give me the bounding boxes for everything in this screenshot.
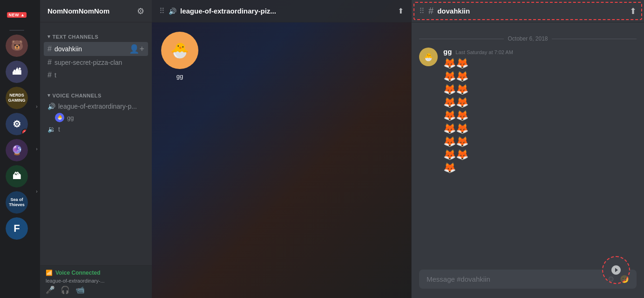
- channel-name-dovahkiin: dovahkiin: [54, 45, 129, 53]
- message-meta: gg Last Saturday at 7:02 AM: [443, 48, 637, 55]
- popout-icon[interactable]: ⬆: [398, 7, 404, 15]
- headphone-icon[interactable]: 🎧: [61, 285, 70, 294]
- channel-t[interactable]: # t: [44, 69, 148, 81]
- chat-panel: ⠿ # dovahkiin ⬆ October 6, 2018 🐣 gg Las…: [411, 0, 644, 298]
- chat-popout-icon[interactable]: ⬆: [630, 6, 637, 16]
- voice-panel: ⠿ 🔊 league-of-extraordinary-piz... ⬆ 🐣 g…: [152, 0, 411, 298]
- voice-user-card: 🐣 gg: [161, 32, 198, 80]
- voice-panel-header: ⠿ 🔊 league-of-extraordinary-piz... ⬆: [152, 0, 411, 22]
- voice-channels-label: VOICE CHANNELS: [53, 93, 102, 98]
- emoji-line-6: 🦊🦊: [443, 123, 637, 135]
- server-icon-2[interactable]: 🏙: [6, 61, 28, 83]
- chat-header-actions: ⬆: [630, 6, 637, 16]
- server-badge-4: 1: [21, 129, 28, 135]
- expand-arrow-mid: ›: [36, 146, 37, 152]
- new-badge-label: NEW ▲: [7, 12, 27, 18]
- voice-channel-t-name: t: [58, 125, 144, 133]
- emoji-line-7: 🦊🦊: [443, 136, 637, 148]
- video-icon[interactable]: 📹: [75, 285, 85, 294]
- microphone-icon[interactable]: 🎤: [46, 285, 55, 294]
- expand-arrow-bot: ›: [36, 189, 37, 194]
- bottom-right-circle-button[interactable]: [602, 256, 630, 284]
- emoji-line-3: 🦊🦊: [443, 83, 637, 96]
- server-list: NEW ▲ 🐻 🏙 NERDSGAMING ⚙ 1 🔮 🏔 Sea ofThie…: [0, 0, 34, 298]
- add-member-icon[interactable]: 👤+: [129, 44, 144, 54]
- emoji-line-1: 🦊🦊: [443, 57, 637, 69]
- server-expand-arrows: › › ›: [34, 0, 40, 298]
- message-author: gg: [443, 48, 452, 55]
- message-time: Last Saturday at 7:02 AM: [455, 49, 513, 55]
- server-name: NomNomNomNom: [47, 7, 109, 15]
- speaker-icon: 🔊: [47, 103, 55, 110]
- settings-icon[interactable]: ⚙: [137, 6, 144, 16]
- server-icon-4[interactable]: ⚙ 1: [6, 113, 28, 135]
- server-icon-6[interactable]: 🏔: [6, 165, 28, 187]
- chat-drag-handle: ⠿: [419, 7, 425, 15]
- voice-panel-channel-name: league-of-extraordinary-piz...: [180, 7, 394, 15]
- message-content: gg Last Saturday at 7:02 AM 🦊🦊 🦊🦊 🦊🦊 🦊🦊 …: [443, 48, 637, 175]
- voice-connected-server: league-of-extraordinary-...: [46, 278, 146, 284]
- voice-channel-league[interactable]: 🔊 league-of-extraordinary-p... 🐣 gg: [44, 101, 148, 123]
- voice-user-name: gg: [67, 114, 74, 121]
- channel-name-pizza: super-secret-pizza-clan: [54, 59, 144, 66]
- date-divider: October 6, 2018: [419, 35, 637, 42]
- channel-hash-symbol: #: [428, 6, 434, 16]
- emoji-5: 🦊🦊: [443, 110, 468, 122]
- server-divider: [9, 30, 24, 31]
- emoji-line-5: 🦊🦊: [443, 110, 637, 122]
- sidebar-header[interactable]: NomNomNomNom ⚙: [40, 0, 152, 22]
- main-content: ⠿ 🔊 league-of-extraordinary-piz... ⬆ 🐣 g…: [152, 0, 411, 298]
- text-channels-category: ▾ TEXT CHANNELS: [40, 26, 152, 42]
- emoji-3: 🦊🦊: [443, 83, 468, 96]
- hash-icon-3: #: [47, 71, 52, 79]
- channel-dovahkiin[interactable]: # dovahkiin 👤+: [44, 42, 148, 56]
- emoji-line-8: 🦊🦊: [443, 149, 637, 161]
- voice-panel-speaker-icon: 🔊: [169, 7, 176, 15]
- emoji-line-4: 🦊🦊: [443, 97, 637, 109]
- text-channels-label: TEXT CHANNELS: [53, 34, 99, 40]
- server-icon-1[interactable]: 🐻: [6, 35, 28, 57]
- circle-button-icon: [610, 264, 622, 276]
- voice-user-area: 🐣 gg: [152, 22, 411, 298]
- channel-sidebar: NomNomNomNom ⚙ ▾ TEXT CHANNELS # dovahki…: [40, 0, 152, 298]
- emoji-line-2: 🦊🦊: [443, 70, 637, 83]
- message-avatar: 🐣: [419, 48, 438, 66]
- emoji-2: 🦊🦊: [443, 70, 468, 83]
- message-group: 🐣 gg Last Saturday at 7:02 AM 🦊🦊 🦊🦊 🦊🦊 🦊…: [419, 48, 637, 175]
- drag-handle-icon: ⠿: [159, 7, 165, 15]
- emoji-1: 🦊🦊: [443, 57, 468, 69]
- emoji-line-9: 🦊: [443, 162, 637, 174]
- server-icon-8[interactable]: F: [6, 217, 28, 240]
- speaker-icon-2: 🔉: [47, 125, 55, 133]
- server-icon-3[interactable]: NERDSGAMING: [6, 87, 28, 109]
- server-icon-7[interactable]: Sea ofThieves: [6, 191, 28, 214]
- chat-messages[interactable]: October 6, 2018 🐣 gg Last Saturday at 7:…: [412, 22, 644, 270]
- emoji-6: 🦊🦊: [443, 123, 468, 135]
- emoji-7: 🦊🦊: [443, 136, 468, 148]
- voice-user-avatar-large: 🐣: [161, 32, 198, 69]
- channel-list: ▾ TEXT CHANNELS # dovahkiin 👤+ # super-s…: [40, 22, 152, 265]
- hash-icon: #: [47, 45, 52, 53]
- emoji-8: 🦊🦊: [443, 149, 468, 161]
- voice-user-avatar: 🐣: [55, 113, 64, 122]
- chat-input[interactable]: [427, 275, 604, 283]
- chat-channel-name: dovahkiin: [437, 7, 626, 15]
- emoji-4: 🦊🦊: [443, 97, 468, 109]
- server-icon-5[interactable]: 🔮: [6, 139, 28, 161]
- voice-controls: 🎤 🎧 📹: [46, 285, 146, 294]
- server-icon-new[interactable]: NEW ▲: [6, 4, 28, 26]
- date-divider-text: October 6, 2018: [508, 35, 548, 42]
- expand-arrow-top: ›: [36, 104, 37, 109]
- channel-pizza[interactable]: # super-secret-pizza-clan: [44, 56, 148, 69]
- voice-user-name-label: gg: [176, 73, 183, 80]
- channel-name-t: t: [54, 71, 144, 79]
- emoji-9: 🦊: [443, 162, 456, 174]
- voice-connected-bar: 📶 Voice Connected league-of-extraordinar…: [40, 265, 152, 298]
- voice-channels-category: ▾ VOICE CHANNELS: [40, 85, 152, 100]
- chat-header: ⠿ # dovahkiin ⬆: [412, 0, 644, 22]
- voice-channel-t[interactable]: 🔉 t: [44, 124, 148, 135]
- category-arrow: ▾: [47, 34, 51, 40]
- voice-panel-actions: ⬆: [398, 7, 404, 15]
- hash-icon-2: #: [47, 58, 52, 67]
- voice-signal-icon: 📶: [46, 270, 53, 276]
